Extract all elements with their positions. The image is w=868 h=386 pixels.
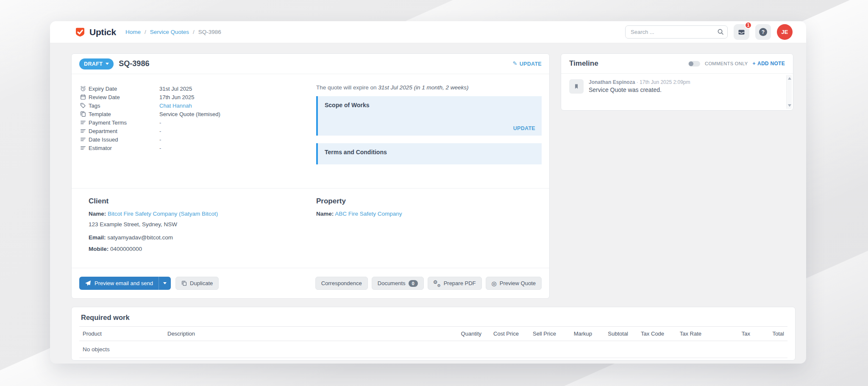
field-row-payment-terms: Payment Terms - <box>80 118 316 127</box>
meta-dot: · <box>637 79 638 85</box>
prepare-pdf-button[interactable]: ⚙⚙ Prepare PDF <box>428 277 482 290</box>
breadcrumb-separator: / <box>145 29 146 35</box>
alarm-icon <box>80 86 86 92</box>
header-actions: 1 ? JE <box>625 24 793 40</box>
lines-icon <box>80 136 86 142</box>
client-name-link[interactable]: Bitcot Fire Safety Company (Satyam Bitco… <box>108 211 218 217</box>
pencil-icon: ✎ <box>513 60 517 67</box>
timeline-scrollbar[interactable] <box>786 75 792 109</box>
send-icon <box>85 280 91 286</box>
send-options-toggle[interactable] <box>159 282 171 284</box>
logo-wordmark: Uptick <box>89 27 116 37</box>
client-email-line: Email: satyamyadav@bitcot.com <box>89 234 316 241</box>
page-title: SQ-3986 <box>119 59 149 68</box>
field-row-template: Template Service Quote (Itemised) <box>80 110 316 118</box>
timeline-entry-text: Service Quote was created. <box>589 86 690 93</box>
expiry-note: The quote will expire on 31st Jul 2025 (… <box>316 84 542 91</box>
required-work-title: Required work <box>79 314 787 322</box>
inbox-icon <box>738 29 745 36</box>
breadcrumb-home-link[interactable]: Home <box>125 29 141 35</box>
scroll-down-icon[interactable] <box>788 104 791 107</box>
field-row-tags: Tags Chat Hannah <box>80 101 316 110</box>
client-name-line: Name: Bitcot Fire Safety Company (Satyam… <box>89 211 316 217</box>
main-content: DRAFT SQ-3986 ✎ UPDATE E <box>50 43 806 363</box>
field-value: - <box>159 128 161 134</box>
field-value: Service Quote (Itemised) <box>159 111 220 117</box>
bookmark-icon <box>569 79 584 94</box>
tag-link[interactable]: Chat Hannah <box>159 103 192 109</box>
client-title: Client <box>89 197 316 205</box>
scope-of-works-title: Scope of Works <box>325 102 535 108</box>
status-badge[interactable]: DRAFT <box>79 58 114 69</box>
search-box <box>625 25 728 39</box>
timeline-entry-timestamp: 17th Jun 2025 2:09pm <box>640 79 690 85</box>
correspondence-button[interactable]: Correspondence <box>315 277 368 290</box>
field-row-date-issued: Date Issued - <box>80 135 316 144</box>
lines-icon <box>80 128 86 134</box>
table-header-row: Product Description Quantity Cost Price … <box>79 327 787 341</box>
search-input[interactable] <box>625 25 728 39</box>
comments-only-label: COMMENTS ONLY <box>705 61 748 66</box>
lines-icon <box>80 119 86 125</box>
inbox-button[interactable]: 1 <box>734 24 749 40</box>
timeline-entry-author: Jonathan Espinoza <box>589 79 635 85</box>
status-label: DRAFT <box>84 61 103 67</box>
chevron-down-icon <box>163 282 167 284</box>
field-value: - <box>159 119 161 126</box>
field-label: Payment Terms <box>80 119 159 126</box>
timeline-entry: Jonathan Espinoza · 17th Jun 2025 2:09pm… <box>569 79 780 94</box>
toggle-knob <box>689 61 693 66</box>
avatar[interactable]: JE <box>777 24 793 40</box>
search-icon <box>717 28 724 35</box>
field-value: 17th Jun 2025 <box>159 94 194 100</box>
help-button[interactable]: ? <box>755 24 771 40</box>
field-label: Tags <box>80 103 159 109</box>
scroll-up-icon[interactable] <box>788 77 791 80</box>
preview-email-and-send-button[interactable]: Preview email and send <box>79 277 171 290</box>
column-sell-price: Sell Price <box>522 327 559 341</box>
lines-icon <box>80 145 86 151</box>
terms-and-conditions-box: Terms and Conditions <box>316 143 542 164</box>
quote-actions-bar: Preview email and send Duplicate Corre <box>72 268 549 298</box>
breadcrumb-service-quotes-link[interactable]: Service Quotes <box>150 29 189 35</box>
chevron-down-icon <box>106 63 109 65</box>
table-empty-row: No objects <box>79 341 787 358</box>
quote-secondary-actions: Correspondence Documents 0 ⚙⚙ Prepare PD… <box>315 277 542 290</box>
update-quote-link[interactable]: ✎ UPDATE <box>513 61 542 67</box>
field-value: - <box>159 145 161 151</box>
column-total: Total <box>754 327 787 341</box>
property-section: Property Name: ABC Fire Safety Company <box>316 197 402 268</box>
field-row-department: Department - <box>80 127 316 135</box>
help-icon: ? <box>759 28 767 36</box>
required-work-table: Product Description Quantity Cost Price … <box>79 326 787 358</box>
quote-card-header: DRAFT SQ-3986 ✎ UPDATE <box>72 54 549 74</box>
template-icon <box>80 111 86 117</box>
scope-update-link[interactable]: UPDATE <box>513 125 535 131</box>
breadcrumb-current: SQ-3986 <box>198 29 221 35</box>
preview-quote-button[interactable]: ◎ Preview Quote <box>486 277 542 290</box>
calendar-icon <box>80 94 86 100</box>
property-name-link[interactable]: ABC Fire Safety Company <box>335 211 402 217</box>
app-window: Uptick Home / Service Quotes / SQ-3986 <box>50 21 806 364</box>
quote-notes-column: The quote will expire on 31st Jul 2025 (… <box>316 84 542 188</box>
scope-of-works-box: Scope of Works UPDATE <box>316 96 542 136</box>
required-work-card: Required work Product Description Quanti… <box>71 307 796 361</box>
documents-button[interactable]: Documents 0 <box>372 277 424 290</box>
plus-icon: + <box>753 61 756 67</box>
uptick-shield-icon <box>75 27 86 38</box>
comments-only-toggle[interactable] <box>688 61 700 67</box>
expiry-note-emphasis: 31st Jul 2025 (in 1 month, 2 weeks) <box>378 84 468 91</box>
property-title: Property <box>316 197 402 205</box>
terms-and-conditions-title: Terms and Conditions <box>325 149 535 156</box>
uptick-logo[interactable]: Uptick <box>75 27 116 38</box>
client-mobile: 0400000000 <box>110 246 142 252</box>
timeline-header: Timeline COMMENTS ONLY + ADD NOTE <box>561 54 793 74</box>
field-label: Review Date <box>80 94 159 100</box>
property-name-line: Name: ABC Fire Safety Company <box>316 211 402 217</box>
add-note-button[interactable]: + ADD NOTE <box>753 61 785 67</box>
column-product: Product <box>79 327 164 341</box>
column-tax-rate: Tax Rate <box>668 327 705 341</box>
duplicate-button[interactable]: Duplicate <box>175 277 219 290</box>
field-label: Date Issued <box>80 136 159 143</box>
column-quantity: Quantity <box>452 327 485 341</box>
